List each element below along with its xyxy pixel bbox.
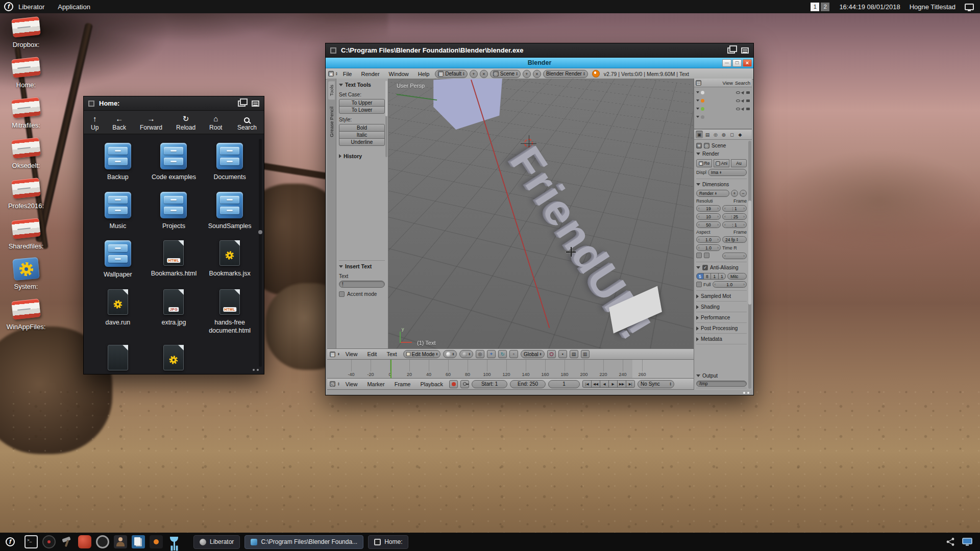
properties-scrollbar[interactable] xyxy=(748,141,751,389)
up-button[interactable]: ↑ Up xyxy=(91,115,99,131)
terminal-icon[interactable] xyxy=(24,535,38,548)
current-frame-field[interactable]: 1 xyxy=(548,380,580,388)
blender-host-titlebar[interactable]: C:\Program Files\Blender Foundation\Blen… xyxy=(326,43,753,58)
resolution-x-field[interactable]: 19 xyxy=(696,205,721,212)
desktop-icon-system[interactable]: System: xyxy=(0,258,52,290)
select-arrow-icon[interactable] xyxy=(741,107,745,111)
aspect-x-field[interactable]: 1.0 xyxy=(696,236,721,243)
file-item-soundsamples[interactable]: SoundSamples xyxy=(202,192,258,231)
remove-preset-button[interactable]: − xyxy=(740,190,747,197)
manipulator-scale-button[interactable]: ▫ xyxy=(509,350,518,358)
ring-app-icon[interactable] xyxy=(96,535,109,548)
timeline-ruler[interactable]: -40 -20 0 20 40 60 80 100 120 140 160 18… xyxy=(327,360,694,379)
aa-8-button[interactable]: 8 xyxy=(703,273,712,280)
depth-gadget-icon[interactable] xyxy=(727,47,735,54)
share-icon[interactable] xyxy=(946,537,955,546)
metadata-panel[interactable]: Metadata xyxy=(696,335,747,344)
file-item-partial[interactable] xyxy=(90,345,146,374)
file-item-handsfree-html[interactable]: HTML hands-free document.html xyxy=(202,289,258,335)
file-menu[interactable]: File xyxy=(339,71,356,77)
add-preset-button[interactable]: + xyxy=(731,190,738,197)
render-icon[interactable] xyxy=(746,91,750,94)
border-checkbox[interactable] xyxy=(696,253,702,258)
italic-button[interactable]: Italic xyxy=(339,131,385,139)
performance-panel[interactable]: Performance xyxy=(696,314,747,323)
file-item-dave-run[interactable]: dave.run xyxy=(90,289,146,335)
help-menu[interactable]: Help xyxy=(414,71,433,77)
menu-application[interactable]: Application xyxy=(58,3,90,11)
tab-render[interactable]: ▣ xyxy=(696,131,703,138)
file-item-partial-2[interactable] xyxy=(146,345,202,374)
render-button[interactable]: ▣ Re xyxy=(696,159,712,167)
caret-down-icon[interactable] xyxy=(696,99,699,102)
outliner-row-scene[interactable] xyxy=(695,88,751,96)
file-item-bookmarks-html[interactable]: HTML Bookmarks.html xyxy=(146,240,202,279)
antialiasing-checkbox[interactable] xyxy=(702,265,708,270)
bold-button[interactable]: Bold xyxy=(339,124,385,132)
workspace-1-button[interactable]: 1 xyxy=(811,3,819,11)
scrollbar-handle[interactable] xyxy=(748,201,751,305)
depth-gadget-icon[interactable] xyxy=(238,101,246,107)
render-menu[interactable]: Render xyxy=(358,71,383,77)
file-item-code-examples[interactable]: Code examples xyxy=(146,143,202,182)
underline-button[interactable]: Underline xyxy=(339,138,385,146)
toolshelf-scrollbar[interactable] xyxy=(385,81,387,157)
file-item-music[interactable]: Music xyxy=(90,192,146,231)
outliner-row-text[interactable] xyxy=(695,105,751,113)
autokey-record-button[interactable] xyxy=(449,380,458,388)
select-arrow-icon[interactable] xyxy=(741,98,745,103)
sync-select[interactable]: No Sync xyxy=(638,380,674,388)
viewport-3d[interactable]: FriendUP! User Persp y (1) Text xyxy=(388,79,694,348)
output-path-field[interactable]: /tmp xyxy=(696,381,747,387)
friend-menu-icon[interactable]: f xyxy=(6,537,15,546)
render-opengl-button[interactable]: ▤ xyxy=(570,350,578,358)
shading-select[interactable] xyxy=(443,350,457,358)
resize-grip[interactable] xyxy=(253,369,259,371)
desktop-icon-profes2016[interactable]: Profes2016: xyxy=(0,178,52,210)
view-menu[interactable]: View xyxy=(342,351,361,357)
minimize-button[interactable] xyxy=(722,59,731,67)
info-editor-icon[interactable]: ▣ xyxy=(328,71,334,77)
task-home[interactable]: Home: xyxy=(368,535,408,549)
desktop-icon-mitrafiles[interactable]: Mitrafiles: xyxy=(0,97,52,129)
accent-mode-row[interactable]: Accent mode xyxy=(339,291,385,297)
aa-5-button[interactable]: 5 xyxy=(696,273,704,280)
close-gadget-icon[interactable] xyxy=(330,47,336,54)
aa-11-button[interactable]: 1 xyxy=(710,273,719,280)
manipulator-rotate-button[interactable]: ↻ xyxy=(498,350,507,358)
menu-liberator[interactable]: Liberator xyxy=(18,3,44,11)
search-button[interactable]: Search xyxy=(237,116,257,131)
text-input[interactable]: ! xyxy=(339,281,385,288)
eye-icon[interactable] xyxy=(736,99,740,102)
tab-scene[interactable]: ◎ xyxy=(712,131,719,138)
accent-mode-checkbox[interactable] xyxy=(339,291,345,297)
desktop-icon-home[interactable]: Home: xyxy=(0,57,52,89)
render-icon[interactable] xyxy=(746,108,750,110)
output-panel-header[interactable]: Output xyxy=(696,372,747,380)
desktop-icon-oksedelt[interactable]: Oksedelt: xyxy=(0,137,52,169)
frame-end-field[interactable]: : 25 xyxy=(722,213,747,220)
file-item-extra-jpg[interactable]: JPG extra.jpg xyxy=(146,289,202,335)
task-liberator[interactable]: Liberator xyxy=(193,535,240,549)
play-button[interactable]: ▶ xyxy=(608,380,618,388)
screens-icon[interactable] xyxy=(962,537,972,546)
screen-layout-select[interactable]: ▦ Default xyxy=(435,70,467,78)
tab-tools[interactable]: Tools xyxy=(328,81,335,99)
window-menu[interactable]: Window xyxy=(385,71,412,77)
outliner-tree[interactable] xyxy=(694,87,752,129)
time-remap-field[interactable] xyxy=(722,253,747,259)
display-icon[interactable] xyxy=(965,4,974,10)
next-keyframe-button[interactable]: ▶▶ xyxy=(617,380,626,388)
filemanager-scrollbar[interactable] xyxy=(259,139,262,367)
scene-select[interactable]: ◎ Scene xyxy=(490,70,521,78)
outliner-search-menu[interactable]: Search xyxy=(735,80,750,86)
snap-magnet-button[interactable] xyxy=(547,350,556,358)
frame-step-field[interactable]: : 1 xyxy=(722,221,747,228)
forward-button[interactable]: → Forward xyxy=(140,115,162,131)
red-app-icon[interactable] xyxy=(78,535,91,548)
desktop-icon-sharedfiles[interactable]: Sharedfiles: xyxy=(0,218,52,250)
crop-checkbox[interactable] xyxy=(704,253,709,258)
eye-icon[interactable] xyxy=(736,108,740,110)
view3d-editor-icon[interactable]: ▦ xyxy=(330,352,335,357)
tab-object[interactable]: ◻ xyxy=(728,131,736,138)
